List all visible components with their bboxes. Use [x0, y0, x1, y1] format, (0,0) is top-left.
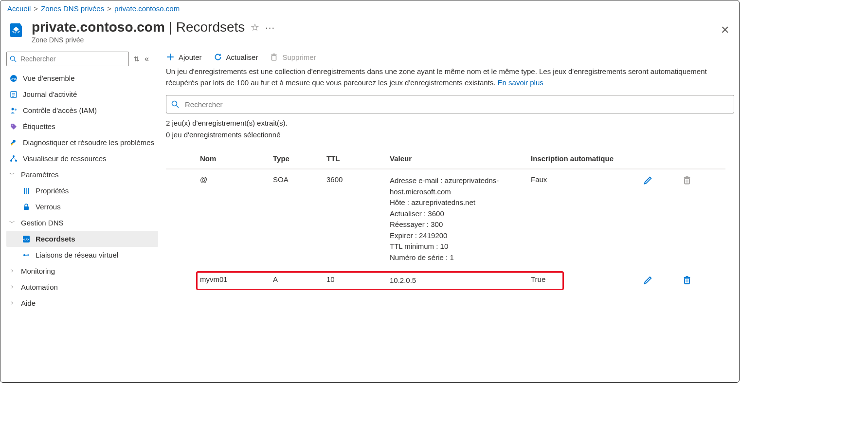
sidebar-group-help[interactable]: ﹥ Aide: [6, 295, 158, 311]
sidebar-item-diagnose[interactable]: Diagnostiquer et résoudre les problèmes: [6, 134, 158, 150]
sidebar-item-overview[interactable]: DNS Vue d'ensemble: [6, 70, 158, 86]
collapse-sidebar-icon[interactable]: «: [145, 55, 149, 63]
sidebar-item-label: Verrous: [36, 203, 61, 211]
breadcrumb-item-zones[interactable]: Zones DNS privées: [41, 4, 104, 13]
refresh-button[interactable]: Actualiser: [214, 53, 258, 61]
page-subtitle: Zone DNS privée: [32, 36, 732, 44]
description-text: Un jeu d'enregistrements est une collect…: [166, 66, 711, 88]
svg-text:</>: </>: [23, 238, 30, 242]
breadcrumb-separator: >: [107, 4, 111, 13]
sidebar-item-label: Journal d'activité: [23, 90, 77, 98]
sidebar-group-label: Gestion DNS: [21, 219, 64, 227]
dns-icon: DNS: [9, 74, 18, 82]
people-icon: [9, 107, 18, 114]
sidebar-group-label: Automation: [21, 283, 58, 291]
vnet-link-icon: [22, 251, 31, 259]
more-menu-icon[interactable]: ···: [265, 22, 275, 33]
edit-icon[interactable]: [643, 178, 653, 186]
page-title-separator: |: [165, 19, 176, 35]
sidebar-item-label: Liaisons de réseau virtuel: [36, 251, 118, 259]
add-button-label: Ajouter: [179, 53, 202, 61]
search-icon: [171, 100, 179, 108]
sidebar-group-monitoring[interactable]: ﹥ Monitoring: [6, 263, 158, 279]
sidebar-item-iam[interactable]: Contrôle d'accès (IAM): [6, 102, 158, 118]
tag-icon: [9, 123, 18, 130]
sidebar-group-dns-management[interactable]: ﹀ Gestion DNS: [6, 215, 158, 231]
table-row[interactable]: @SOA3600Adresse e-mail : azureprivatedns…: [166, 169, 725, 269]
sidebar-item-label: Étiquettes: [23, 122, 55, 130]
sidebar-item-resource-visualizer[interactable]: Visualiseur de ressources: [6, 150, 158, 167]
svg-text:</>: </>: [12, 29, 20, 34]
cell-auto: True: [531, 275, 628, 283]
close-button[interactable]: ✕: [721, 24, 729, 37]
table-header-ttl[interactable]: TTL: [326, 154, 390, 163]
records-count: 2 jeu(x) d'enregistrement(s) extrait(s).: [166, 117, 734, 129]
svg-line-2: [14, 60, 16, 62]
svg-point-14: [10, 160, 12, 162]
plus-icon: [166, 53, 175, 61]
sidebar-group-parameters[interactable]: ﹀ Paramètres: [6, 167, 158, 183]
sidebar-item-tags[interactable]: Étiquettes: [6, 118, 158, 134]
table-header-auto[interactable]: Inscription automatique: [531, 154, 628, 163]
learn-more-link[interactable]: En savoir plus: [498, 78, 543, 87]
sidebar-item-label: Diagnostiquer et résoudre les problèmes: [23, 138, 154, 147]
records-table: Nom Type TTL Valeur Inscription automati…: [166, 149, 725, 292]
chevron-down-icon: ﹀: [9, 170, 16, 179]
svg-rect-35: [685, 178, 689, 184]
delete-icon[interactable]: [682, 278, 692, 286]
svg-rect-18: [24, 188, 25, 194]
description-body: Un jeu d'enregistrements est une collect…: [166, 67, 707, 87]
svg-point-33: [172, 101, 177, 106]
records-selected-count: 0 jeu d'enregistrements sélectionné: [166, 129, 734, 141]
svg-rect-20: [28, 188, 29, 194]
table-row[interactable]: myvm01A1010.2.0.5True: [166, 269, 725, 292]
sidebar-item-locks[interactable]: Verrous: [6, 199, 158, 215]
table-header-type[interactable]: Type: [273, 154, 326, 163]
delete-button-label: Supprimer: [282, 53, 316, 61]
delete-button: Supprimer: [270, 53, 316, 61]
log-icon: [9, 91, 18, 98]
records-search[interactable]: [166, 95, 734, 113]
edit-icon[interactable]: [643, 278, 653, 286]
breadcrumb: Accueil > Zones DNS privées > private.co…: [0, 0, 739, 15]
expand-collapse-icon[interactable]: ⇅: [134, 55, 140, 63]
add-button[interactable]: Ajouter: [166, 53, 202, 61]
table-header-row: Nom Type TTL Valeur Inscription automati…: [166, 149, 725, 169]
chevron-down-icon: ﹀: [9, 219, 16, 227]
breadcrumb-item-current[interactable]: private.contoso.com: [114, 4, 180, 13]
svg-rect-40: [685, 278, 689, 283]
svg-point-11: [12, 125, 13, 126]
sidebar-item-properties[interactable]: Propriétés: [6, 183, 158, 199]
svg-point-10: [15, 109, 17, 111]
sidebar-item-recordsets[interactable]: </> Recordsets: [6, 231, 158, 247]
page-title-sub: Recordsets: [176, 19, 245, 35]
svg-rect-21: [24, 206, 29, 210]
refresh-button-label: Actualiser: [226, 53, 258, 61]
resource-icon: </>: [7, 21, 25, 39]
properties-icon: [22, 187, 31, 195]
svg-text:DNS: DNS: [11, 77, 17, 80]
sidebar-item-activity-log[interactable]: Journal d'activité: [6, 86, 158, 102]
sidebar-group-automation[interactable]: ﹥ Automation: [6, 279, 158, 295]
sidebar-item-label: Propriétés: [36, 186, 69, 195]
favorite-star-icon[interactable]: ☆: [251, 21, 259, 33]
svg-line-34: [177, 106, 179, 108]
table-header-value[interactable]: Valeur: [390, 154, 531, 163]
records-search-input[interactable]: [184, 100, 729, 109]
page-title-main: private.contoso.com: [32, 19, 165, 35]
sidebar-group-label: Paramètres: [21, 170, 59, 179]
refresh-icon: [214, 53, 222, 61]
svg-point-13: [13, 155, 15, 157]
lock-icon: [22, 203, 31, 211]
cell-ttl: 10: [326, 275, 390, 283]
sidebar-item-label: Vue d'ensemble: [23, 74, 75, 82]
sidebar: ⇅ « DNS Vue d'ensemble Journal d'activit…: [0, 49, 162, 311]
sidebar-search-input[interactable]: [19, 55, 126, 63]
svg-point-25: [27, 254, 29, 256]
sidebar-item-vnet-links[interactable]: Liaisons de réseau virtuel: [6, 247, 158, 263]
sidebar-search[interactable]: [6, 52, 129, 66]
wrench-icon: [9, 139, 18, 147]
table-header-name[interactable]: Nom: [200, 154, 273, 163]
svg-point-15: [15, 160, 17, 162]
breadcrumb-item-home[interactable]: Accueil: [7, 4, 31, 13]
